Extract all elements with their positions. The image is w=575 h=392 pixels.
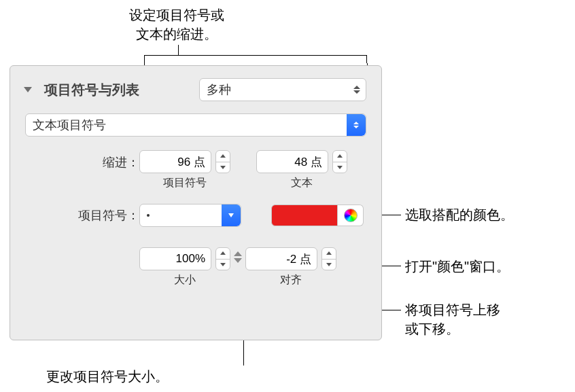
indent-text-sublabel: 文本 — [291, 176, 313, 190]
bullets-lists-panel: 项目符号与列表 多种 文本项目符号 缩进： — [10, 65, 382, 340]
stepper-down-icon[interactable] — [216, 260, 230, 270]
dropdown-caret-icon — [222, 204, 241, 226]
indent-bullet-input[interactable] — [139, 150, 211, 173]
bullet-type-select[interactable]: 文本项目符号 — [25, 113, 366, 137]
size-sublabel: 大小 — [174, 273, 196, 287]
bullet-label: 项目符号： — [25, 207, 139, 224]
stepper-down-icon[interactable] — [216, 162, 230, 173]
callout-color-pick: 选取搭配的颜色。 — [405, 205, 514, 224]
bullet-color-well[interactable] — [271, 204, 338, 226]
color-wheel-icon — [344, 209, 358, 222]
bullet-type-value: 文本项目符号 — [33, 117, 106, 133]
stepper-up-icon[interactable] — [216, 151, 230, 162]
bullet-size-input[interactable] — [139, 247, 211, 270]
updown-caret-icon — [353, 86, 360, 94]
bullet-char-select[interactable] — [139, 204, 241, 227]
align-sublabel: 对齐 — [280, 273, 302, 287]
stepper-down-icon[interactable] — [322, 260, 336, 270]
indent-text-stepper[interactable] — [332, 150, 347, 173]
bullet-size-stepper[interactable] — [215, 247, 230, 270]
indent-label: 缩进： — [25, 150, 139, 171]
stepper-up-icon[interactable] — [333, 151, 347, 162]
color-wheel-button[interactable] — [338, 204, 364, 226]
list-style-select[interactable]: 多种 — [199, 78, 366, 101]
bullet-align-stepper[interactable] — [321, 247, 336, 270]
callout-color-window: 打开"颜色"窗口。 — [405, 257, 510, 276]
callout-indent: 设定项目符号或 文本的缩进。 — [102, 5, 251, 43]
bullet-dot-icon — [147, 214, 150, 217]
callout-move-bullet: 将项目符号上移 或下移。 — [405, 300, 500, 338]
callout-size: 更改项目符号大小。 — [46, 367, 169, 386]
indent-text-input[interactable] — [256, 150, 328, 173]
connector-indent-v — [178, 45, 179, 55]
stepper-up-icon[interactable] — [216, 248, 230, 260]
list-style-value: 多种 — [207, 82, 231, 98]
section-title: 项目符号与列表 — [44, 81, 139, 99]
stepper-up-icon[interactable] — [322, 248, 336, 260]
bullet-align-input[interactable] — [245, 247, 317, 270]
bracket-indent — [144, 55, 367, 63]
indent-bullet-sublabel: 项目符号 — [163, 176, 207, 190]
indent-bullet-stepper[interactable] — [215, 150, 230, 173]
stepper-down-icon[interactable] — [333, 162, 347, 173]
disclosure-triangle-icon[interactable] — [24, 87, 32, 92]
align-updown-icon — [231, 251, 245, 263]
updown-caret-icon — [347, 114, 366, 136]
